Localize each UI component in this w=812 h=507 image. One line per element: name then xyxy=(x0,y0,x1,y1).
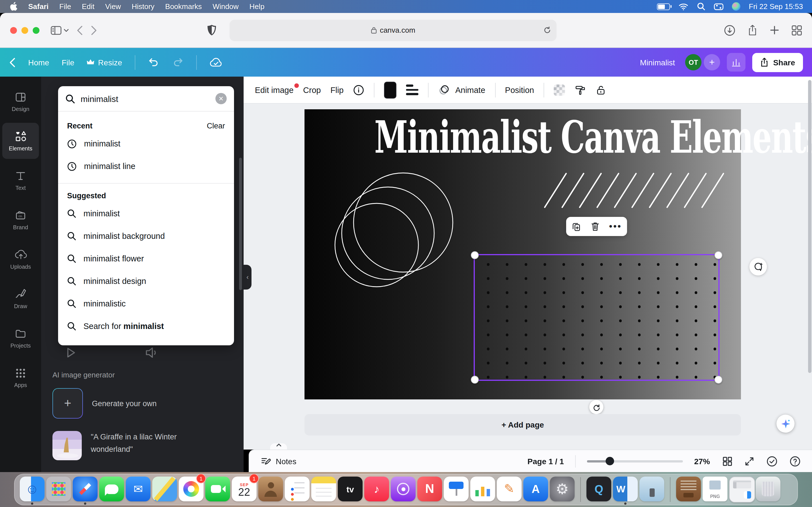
dock-quicktime-icon[interactable]: Q xyxy=(587,475,611,504)
new-tab-icon[interactable] xyxy=(770,25,779,35)
tab-overview-icon[interactable] xyxy=(792,25,802,35)
dock-settings-icon[interactable]: ⚙ xyxy=(550,475,574,504)
dock-messages-icon[interactable] xyxy=(99,475,124,504)
crop-button[interactable]: Crop xyxy=(303,86,321,94)
sidebar-toggle-icon[interactable] xyxy=(51,25,69,35)
menu-item-safari[interactable]: Safari xyxy=(28,2,49,11)
dock-winthumb-icon[interactable] xyxy=(729,475,754,504)
giraffe-thumbnail[interactable] xyxy=(52,431,82,460)
circles-graphic[interactable] xyxy=(321,170,457,302)
recent-item[interactable]: minimalist line xyxy=(58,155,234,177)
resize-handle-top-left[interactable] xyxy=(471,251,479,259)
canva-assistant-button[interactable] xyxy=(776,414,795,433)
menu-item-file[interactable]: File xyxy=(59,2,71,11)
page-indicator[interactable]: Page 1 / 1 xyxy=(527,457,564,466)
workspace-scrollbar[interactable] xyxy=(808,80,811,373)
more-options-icon[interactable]: ••• xyxy=(609,221,622,231)
back-to-home-icon[interactable] xyxy=(9,57,16,67)
search-for-item[interactable]: Search for minimalist xyxy=(58,315,234,337)
panel-collapse-handle[interactable]: ‹ xyxy=(244,265,252,290)
menu-item-history[interactable]: History xyxy=(132,2,154,11)
animate-button[interactable]: Animate xyxy=(439,83,485,96)
diagonal-lines-graphic[interactable] xyxy=(544,172,724,209)
insights-button[interactable] xyxy=(727,53,746,71)
grid-view-icon[interactable] xyxy=(722,456,732,466)
edit-image-button[interactable]: Edit image xyxy=(255,86,294,94)
suggested-item[interactable]: minimalist xyxy=(58,202,234,225)
resize-handle-bottom-left[interactable] xyxy=(471,376,479,384)
menu-item-bookmarks[interactable]: Bookmarks xyxy=(165,2,202,11)
spotlight-search-icon[interactable] xyxy=(697,2,705,11)
dock-contacts-icon[interactable] xyxy=(258,475,283,504)
suggested-item[interactable]: minimalistic xyxy=(58,292,234,315)
selection-box[interactable] xyxy=(474,254,719,381)
color-swatch[interactable] xyxy=(384,81,397,98)
reload-icon[interactable] xyxy=(544,26,551,34)
dock-finder-icon[interactable]: ☺ xyxy=(20,475,45,504)
dock-pngfile-icon[interactable]: PNG xyxy=(703,475,727,504)
lock-icon[interactable] xyxy=(596,84,606,96)
menu-item-edit[interactable]: Edit xyxy=(82,2,94,11)
add-page-button[interactable]: + Add page xyxy=(305,414,741,436)
dock-drawer-icon[interactable] xyxy=(676,475,701,504)
close-window-button[interactable] xyxy=(10,27,17,34)
sidebar-item-projects[interactable]: Projects xyxy=(2,320,39,356)
redo-button[interactable] xyxy=(172,56,184,68)
menu-item-view[interactable]: View xyxy=(105,2,121,11)
panel-scrollbar[interactable] xyxy=(239,158,242,290)
sidebar-item-brand[interactable]: co. Brand xyxy=(2,202,39,238)
resize-handle-bottom-right[interactable] xyxy=(714,376,722,384)
zoom-window-button[interactable] xyxy=(33,27,40,34)
design-canvas[interactable]: Minimalist Canva Elements xyxy=(305,109,741,399)
copy-style-icon[interactable] xyxy=(574,84,586,96)
apple-menu-icon[interactable] xyxy=(9,2,17,11)
resize-button[interactable]: Resize xyxy=(87,58,122,67)
dock-preview-icon[interactable] xyxy=(640,475,664,504)
saved-check-icon[interactable] xyxy=(766,455,777,467)
sidebar-item-uploads[interactable]: Uploads xyxy=(2,241,39,277)
minimize-window-button[interactable] xyxy=(21,27,28,34)
dock-maps-icon[interactable] xyxy=(152,475,177,504)
sidebar-item-elements[interactable]: Elements xyxy=(2,123,39,159)
menu-bar-clock[interactable]: Fri 22 Sep 15:53 xyxy=(749,2,803,11)
dock-launchpad-icon[interactable] xyxy=(46,475,71,504)
resize-handle-top-right[interactable] xyxy=(714,251,722,259)
help-icon[interactable] xyxy=(790,455,801,467)
undo-button[interactable] xyxy=(147,56,159,68)
sidebar-item-text[interactable]: Text xyxy=(2,162,39,198)
dock-trash-icon[interactable] xyxy=(756,475,780,504)
dock-facetime-icon[interactable] xyxy=(205,475,230,504)
add-member-button[interactable]: + xyxy=(704,54,720,70)
sidebar-item-apps[interactable]: Apps xyxy=(2,359,39,395)
flip-button[interactable]: Flip xyxy=(331,86,344,94)
transparency-icon[interactable] xyxy=(554,84,565,96)
search-input[interactable]: minimalist xyxy=(81,94,210,103)
downloads-icon[interactable] xyxy=(724,24,735,36)
wifi-icon[interactable] xyxy=(678,3,689,10)
dock-safari-icon[interactable] xyxy=(73,475,98,504)
position-button[interactable]: Position xyxy=(505,86,534,94)
dock-pages-icon[interactable]: ✎ xyxy=(497,475,522,504)
dock-mail-icon[interactable]: ✉ xyxy=(126,475,151,504)
menu-item-help[interactable]: Help xyxy=(249,2,264,11)
home-button[interactable]: Home xyxy=(28,58,49,67)
share-button[interactable]: Share xyxy=(752,53,803,72)
dock-word-icon[interactable]: W xyxy=(613,475,638,504)
clear-search-icon[interactable]: ✕ xyxy=(215,93,227,104)
control-center-icon[interactable] xyxy=(714,3,723,10)
canvas-title-text[interactable]: Minimalist Canva Elements xyxy=(374,114,671,161)
dock-calendar-icon[interactable]: SEP221 xyxy=(232,475,257,504)
info-icon[interactable] xyxy=(353,84,364,96)
sidebar-item-draw[interactable]: Draw xyxy=(2,281,39,317)
dock-notes-icon[interactable] xyxy=(311,475,336,504)
share-page-icon[interactable] xyxy=(748,24,757,36)
zoom-slider[interactable] xyxy=(587,460,683,462)
generate-your-own-row[interactable]: + Generate your own xyxy=(52,388,235,418)
add-comment-button[interactable] xyxy=(749,258,767,276)
rotate-page-button[interactable] xyxy=(589,400,603,414)
generate-plus-tile[interactable]: + xyxy=(52,388,83,418)
delete-icon[interactable] xyxy=(591,221,600,231)
recent-item[interactable]: minimalist xyxy=(58,132,234,155)
battery-icon[interactable] xyxy=(657,3,670,10)
sidebar-item-design[interactable]: Design xyxy=(2,83,39,119)
